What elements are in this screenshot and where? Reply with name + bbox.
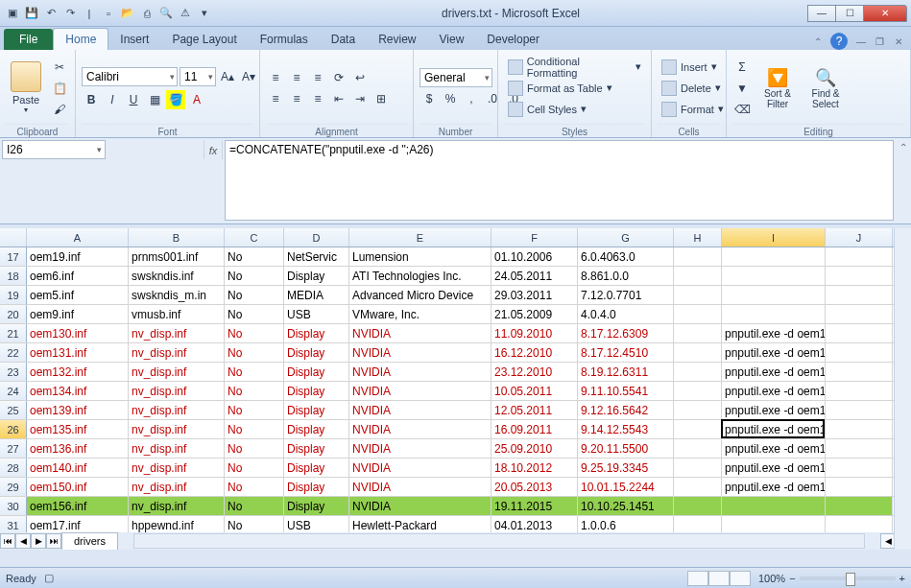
borders-icon[interactable]: ▦ xyxy=(145,90,164,109)
cell[interactable]: 9.20.11.5500 xyxy=(578,439,674,458)
increase-indent-icon[interactable]: ⇥ xyxy=(350,89,370,108)
cell[interactable]: 8.861.0.0 xyxy=(578,267,674,285)
cell[interactable]: Display xyxy=(284,459,349,477)
cell[interactable] xyxy=(674,459,722,477)
accounting-icon[interactable]: $ xyxy=(420,89,439,108)
col-header-F[interactable]: F xyxy=(491,228,578,247)
cell[interactable]: Display xyxy=(284,439,349,458)
tab-insert[interactable]: Insert xyxy=(108,29,160,50)
cell[interactable] xyxy=(674,478,722,496)
cell[interactable] xyxy=(722,305,826,323)
cell[interactable]: vmusb.inf xyxy=(129,305,225,323)
cell[interactable]: oem150.inf xyxy=(27,478,129,496)
cell[interactable]: NetServic xyxy=(284,247,349,266)
cell[interactable]: 04.01.2013 xyxy=(491,516,578,532)
col-header-B[interactable]: B xyxy=(129,228,225,247)
cell[interactable]: ATI Technologies Inc. xyxy=(349,267,491,285)
cell[interactable]: pnputil.exe -d oem135.inf xyxy=(722,420,826,438)
cell[interactable]: NVIDIA xyxy=(349,382,491,400)
cell[interactable]: No xyxy=(225,459,284,477)
cell[interactable]: No xyxy=(225,267,284,285)
fill-color-icon[interactable]: 🪣 xyxy=(166,90,185,109)
cell[interactable]: 24.05.2011 xyxy=(491,267,578,285)
cell[interactable]: 9.12.16.5642 xyxy=(578,401,674,419)
cell[interactable] xyxy=(674,497,722,515)
cell[interactable]: oem5.inf xyxy=(27,286,129,304)
col-header-C[interactable]: C xyxy=(225,228,284,247)
clear-icon[interactable]: ⌫ xyxy=(732,100,752,119)
cell[interactable]: oem19.inf xyxy=(27,247,129,266)
cell[interactable]: 8.19.12.6311 xyxy=(578,363,674,381)
sheet-tab[interactable]: drivers xyxy=(61,532,118,550)
cell[interactable]: oem9.inf xyxy=(27,305,129,323)
font-name-combo[interactable]: Calibri xyxy=(82,67,178,86)
cell[interactable]: No xyxy=(225,324,284,342)
mdi-minimize-icon[interactable]: — xyxy=(856,36,870,50)
underline-button[interactable]: U xyxy=(124,90,143,109)
cell[interactable]: 7.12.0.7701 xyxy=(578,286,674,304)
collapse-formula-icon[interactable]: ⌃ xyxy=(896,138,911,223)
cell[interactable] xyxy=(674,363,722,381)
cell[interactable] xyxy=(722,247,826,266)
row-header[interactable]: 28 xyxy=(0,459,27,477)
row-header[interactable]: 25 xyxy=(0,401,27,419)
cell[interactable]: prnms001.inf xyxy=(129,247,225,266)
decrease-indent-icon[interactable]: ⇤ xyxy=(329,89,348,108)
find-select-button[interactable]: 🔍 Find & Select xyxy=(803,52,848,124)
cell[interactable]: pnputil.exe -d oem136.inf xyxy=(722,439,826,458)
cell[interactable] xyxy=(826,286,893,304)
cell[interactable] xyxy=(674,267,722,285)
cell[interactable]: 16.09.2011 xyxy=(491,420,578,438)
cell[interactable]: No xyxy=(225,478,284,496)
tab-nav-first-icon[interactable]: ⏮ xyxy=(0,533,15,549)
tab-review[interactable]: Review xyxy=(367,29,427,50)
cell[interactable]: NVIDIA xyxy=(349,439,491,458)
col-header-G[interactable]: G xyxy=(578,228,674,247)
align-bottom-icon[interactable]: ≡ xyxy=(308,68,327,87)
cell[interactable]: 9.11.10.5541 xyxy=(578,382,674,400)
cell[interactable] xyxy=(722,497,826,515)
cell[interactable]: Advanced Micro Device xyxy=(349,286,491,304)
cell[interactable]: 25.09.2010 xyxy=(491,439,578,458)
cell[interactable] xyxy=(826,459,893,477)
cell[interactable]: hppewnd.inf xyxy=(129,516,225,532)
cell[interactable]: 29.03.2011 xyxy=(491,286,578,304)
row-header[interactable]: 27 xyxy=(0,439,27,458)
row-header[interactable]: 17 xyxy=(0,247,27,266)
insert-cells-button[interactable]: Insert ▾ xyxy=(658,58,728,77)
cell[interactable]: nv_disp.inf xyxy=(129,363,225,381)
mdi-close-icon[interactable]: ✕ xyxy=(895,36,908,50)
autosum-icon[interactable]: Σ xyxy=(732,58,752,77)
cell[interactable]: 10.10.25.1451 xyxy=(578,497,674,515)
horizontal-scrollbar[interactable] xyxy=(133,533,865,549)
cell[interactable]: No xyxy=(225,439,284,458)
row-header[interactable]: 30 xyxy=(0,497,27,515)
tab-nav-last-icon[interactable]: ⏭ xyxy=(46,533,61,549)
orientation-icon[interactable]: ⟳ xyxy=(329,68,348,87)
cell[interactable]: nv_disp.inf xyxy=(129,343,225,362)
fx-icon[interactable]: fx xyxy=(204,140,223,159)
zoom-in-icon[interactable]: + xyxy=(899,573,905,584)
cell[interactable]: No xyxy=(225,401,284,419)
minimize-button[interactable]: — xyxy=(807,5,836,22)
cell[interactable]: Display xyxy=(284,324,349,342)
save-icon[interactable]: 💾 xyxy=(23,5,40,22)
bold-button[interactable]: B xyxy=(82,90,101,109)
cell[interactable] xyxy=(826,382,893,400)
grow-font-icon[interactable]: A▴ xyxy=(218,67,237,86)
cell[interactable]: swskndis_m.in xyxy=(129,286,225,304)
format-painter-icon[interactable]: 🖌 xyxy=(50,100,69,119)
cell[interactable]: 01.10.2006 xyxy=(491,247,578,266)
row-header[interactable]: 31 xyxy=(0,516,27,532)
cell[interactable]: NVIDIA xyxy=(349,324,491,342)
cell[interactable]: 23.12.2010 xyxy=(491,363,578,381)
cell[interactable]: NVIDIA xyxy=(349,343,491,362)
cell[interactable]: 10.01.15.2244 xyxy=(578,478,674,496)
cell[interactable]: 16.12.2010 xyxy=(491,343,578,362)
col-header-D[interactable]: D xyxy=(284,228,349,247)
number-format-combo[interactable]: General xyxy=(420,68,492,87)
minimize-ribbon-icon[interactable]: ⌃ xyxy=(814,36,827,50)
cell[interactable] xyxy=(826,324,893,342)
cell[interactable]: oem130.inf xyxy=(27,324,129,342)
cut-icon[interactable]: ✂ xyxy=(50,58,69,77)
